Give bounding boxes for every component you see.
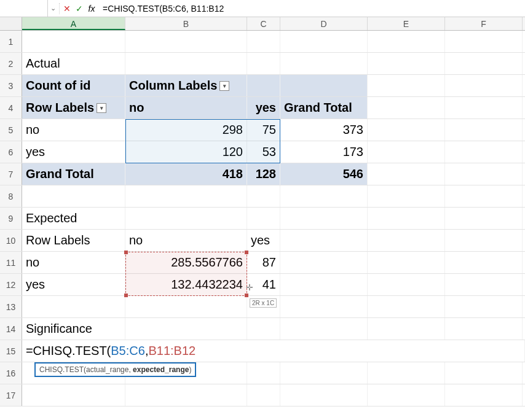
cell[interactable]: no [22,119,125,141]
row-header[interactable]: 10 [0,230,22,251]
cell[interactable]: 298 [125,119,247,141]
cell[interactable]: 285.5567766 [125,252,247,273]
row-header[interactable]: 13 [0,296,22,317]
pivot-row-dropdown-icon[interactable]: ▾ [97,103,106,113]
col-header-D[interactable]: D [280,17,368,30]
cell-actual-label[interactable]: Actual [22,53,125,74]
col-header-A[interactable]: A [22,17,125,30]
cell[interactable]: 75 [247,119,280,141]
row-header[interactable]: 1 [0,31,22,52]
cell[interactable]: 373 [280,119,368,141]
cell[interactable]: 418 [125,163,247,185]
cell[interactable]: Row Labels [22,230,125,251]
cell[interactable]: 128 [247,163,280,185]
cell[interactable]: no [125,230,247,251]
rows: 1 2 Actual 3 Count of id Column Labels▾ … [0,31,525,406]
name-box[interactable] [0,0,48,17]
row-header[interactable]: 2 [0,53,22,74]
range-pick-cursor-icon: ✛ [246,282,253,292]
cell[interactable]: yes [22,274,125,295]
pivot-column-dropdown-icon[interactable]: ▾ [219,81,229,91]
row-header[interactable]: 12 [0,274,22,295]
cell-significance-label[interactable]: Significance [22,318,125,340]
cell[interactable]: 173 [280,141,368,163]
cell[interactable]: no [125,97,247,119]
cell-expected-label[interactable]: Expected [22,208,125,229]
formula-bar: ⌄ ✕ ✓ fx =CHISQ.TEST(B5:C6, B11:B12 [0,0,525,17]
col-header-C[interactable]: C [247,17,280,30]
col-header-F[interactable]: F [445,17,523,30]
row-header[interactable]: 4 [0,97,22,119]
active-formula-cell[interactable]: =CHISQ.TEST(B5:C6, B11:B12 [22,340,525,362]
cell[interactable]: Row Labels▾ [22,97,125,119]
col-header-B[interactable]: B [125,17,247,30]
row-header[interactable]: 16 [0,362,22,384]
cell[interactable]: yes [22,141,125,163]
name-box-dropdown-icon[interactable]: ⌄ [48,4,58,12]
row-header[interactable]: 15 [0,340,22,362]
column-headers: A B C D E F [0,17,525,31]
row-header[interactable]: 17 [0,384,22,406]
cell[interactable]: 87 [247,252,280,273]
cell[interactable]: Count of id [22,75,125,96]
cell[interactable]: 546 [280,163,368,185]
row-header[interactable]: 9 [0,208,22,229]
spreadsheet-grid: A B C D E F 1 2 Actual 3 Count of id Col… [0,17,525,406]
cell[interactable] [22,31,125,52]
cell[interactable]: yes [247,97,280,119]
fx-button[interactable]: fx [85,4,98,14]
row-header[interactable]: 6 [0,141,22,163]
formula-confirm-button[interactable]: ✓ [73,4,85,14]
cell[interactable]: yes [247,230,280,251]
row-header[interactable]: 3 [0,75,22,96]
row-header[interactable]: 14 [0,318,22,340]
cell[interactable]: Grand Total [22,163,125,185]
range-size-hint: 2R x 1C [250,298,277,308]
select-all-corner[interactable] [0,17,22,30]
cell[interactable]: 53 [247,141,280,163]
cell[interactable]: Grand Total [280,97,368,119]
col-header-E[interactable]: E [368,17,445,30]
formula-cancel-button[interactable]: ✕ [61,4,73,14]
cell[interactable]: 120 [125,141,247,163]
row-header[interactable]: 5 [0,119,22,141]
formula-input[interactable]: =CHISQ.TEST(B5:C6, B11:B12 [98,4,525,14]
cell[interactable]: 132.4432234 [125,274,247,295]
row-header[interactable]: 11 [0,252,22,273]
function-tooltip[interactable]: CHISQ.TEST(actual_range, expected_range) [34,362,196,377]
row-header[interactable]: 7 [0,163,22,185]
row-header[interactable]: 8 [0,185,22,207]
cell[interactable]: Column Labels▾ [125,75,247,96]
cell[interactable]: no [22,252,125,273]
